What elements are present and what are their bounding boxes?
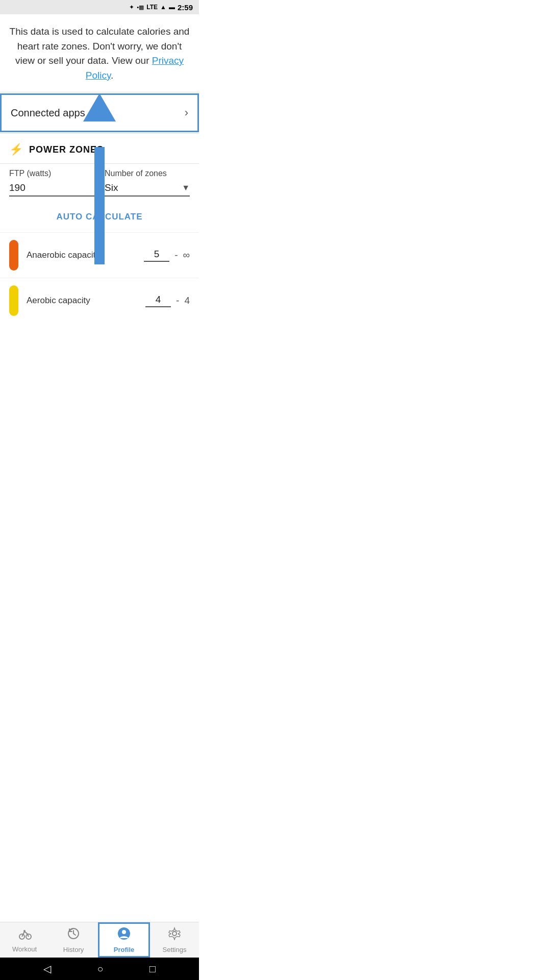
zone-row-aerobic: Aerobic capacity 4 - 4: [0, 278, 199, 323]
divider-top: [0, 92, 199, 92]
zone-dash-anaerobic: -: [174, 250, 178, 261]
zone-to-aerobic: 4: [184, 295, 190, 306]
zone-from-anaerobic[interactable]: 5: [144, 249, 169, 262]
status-bar: ✦ ▪▩ LTE ▲ ▬ 2:59: [0, 0, 199, 14]
zone-row-anaerobic: Anaerobic capacity 5 - ∞: [0, 232, 199, 278]
fields-row: FTP (watts) 190 Number of zones Six ▼: [0, 164, 199, 207]
lightning-icon: ⚡: [9, 143, 23, 156]
signal-icon: ▲: [160, 4, 166, 11]
power-zones-header: ⚡ POWER ZONES: [0, 134, 199, 163]
zones-label: Number of zones: [105, 169, 190, 178]
bluetooth-icon: ✦: [129, 4, 134, 11]
zone-range-anaerobic: 5 - ∞: [144, 249, 190, 262]
zone-to-anaerobic: ∞: [183, 250, 190, 261]
status-icons: ✦ ▪▩ LTE ▲ ▬ 2:59: [129, 3, 193, 12]
zone-name-aerobic: Aerobic capacity: [27, 296, 137, 306]
zones-field-group: Number of zones Six ▼: [105, 169, 190, 197]
zones-select[interactable]: Six ▼: [105, 182, 190, 197]
connected-apps-chevron-icon: ›: [185, 106, 188, 119]
zone-from-aerobic[interactable]: 4: [145, 294, 171, 307]
zones-dropdown-icon: ▼: [182, 183, 190, 192]
zone-dash-aerobic: -: [176, 295, 179, 306]
info-end-text: .: [111, 70, 113, 81]
zone-name-anaerobic: Anaerobic capacity: [27, 250, 136, 260]
connected-apps-row[interactable]: Connected apps ›: [0, 93, 199, 132]
ftp-value[interactable]: 190: [9, 182, 94, 197]
zone-indicator-orange: [9, 240, 18, 271]
zones-select-value: Six: [105, 182, 118, 193]
ftp-label: FTP (watts): [9, 169, 94, 178]
lte-label: LTE: [146, 4, 158, 11]
info-text-block: This data is used to calculate calories …: [0, 14, 199, 92]
zone-indicator-yellow: [9, 285, 18, 316]
vibrate-icon: ▪▩: [137, 4, 144, 11]
zone-range-aerobic: 4 - 4: [145, 294, 190, 307]
status-time: 2:59: [178, 3, 193, 12]
content-wrapper: This data is used to calculate calories …: [0, 14, 199, 323]
power-zones-title: POWER ZONES: [29, 144, 104, 155]
ftp-field-group: FTP (watts) 190: [9, 169, 94, 197]
auto-calculate-button[interactable]: AUTO CALCULATE: [0, 207, 199, 232]
connected-apps-label: Connected apps: [11, 107, 85, 119]
battery-icon: ▬: [169, 4, 175, 11]
